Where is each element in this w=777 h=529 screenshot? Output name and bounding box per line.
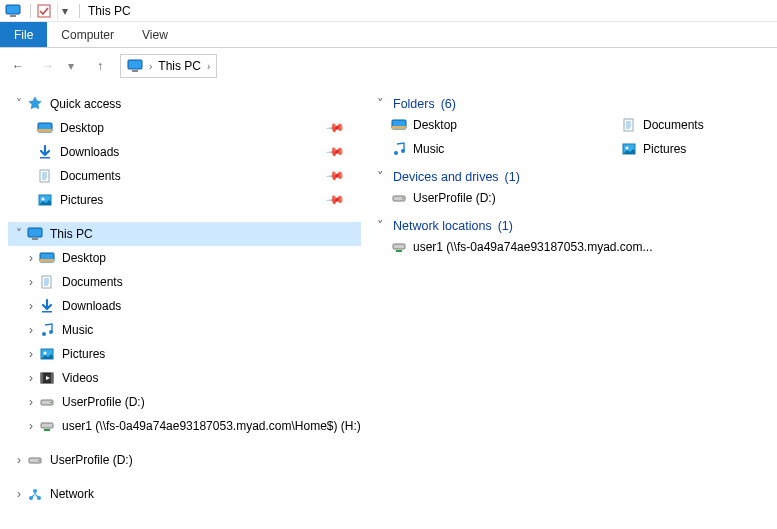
tree-pc-item[interactable]: ›Videos	[8, 366, 361, 390]
qat-properties-icon[interactable]	[35, 2, 53, 20]
tab-computer-label: Computer	[61, 28, 114, 42]
expander-open-icon[interactable]: ˅	[12, 227, 26, 241]
nav-forward-icon: →	[38, 56, 58, 76]
tree-qa-item[interactable]: Pictures📌	[8, 188, 361, 212]
pictures-icon	[36, 191, 54, 209]
expander-closed-icon[interactable]: ›	[12, 453, 26, 467]
titlebar-divider	[30, 4, 31, 18]
tree-item-label: Music	[62, 323, 93, 337]
tree-pc-item[interactable]: ›Downloads	[8, 294, 361, 318]
desktop-icon	[391, 117, 407, 133]
expander-closed-icon[interactable]: ›	[24, 347, 38, 361]
nav-history-dropdown-icon[interactable]: ▾	[68, 59, 80, 73]
expander-closed-icon[interactable]: ›	[24, 395, 38, 409]
tree-root-drive[interactable]: › UserProfile (D:)	[8, 448, 361, 472]
nav-back-icon[interactable]: ←	[8, 56, 28, 76]
group-folders-label: Folders	[393, 97, 435, 111]
drive-icon	[26, 451, 44, 469]
drive-icon	[391, 190, 407, 206]
address-bar[interactable]: › This PC ›	[120, 54, 217, 78]
content-item[interactable]: Pictures	[621, 139, 704, 159]
tree-item-label: Videos	[62, 371, 98, 385]
tab-view-label: View	[142, 28, 168, 42]
netloc-items: user1 (\\fs-0a49a74ae93187053.myad.com..…	[377, 237, 765, 257]
titlebar-separator	[79, 4, 80, 18]
ribbon: File Computer View	[0, 22, 777, 48]
tree-this-pc[interactable]: ˅ This PC	[8, 222, 361, 246]
drive-icon	[38, 393, 56, 411]
content-item[interactable]: UserProfile (D:)	[391, 188, 765, 208]
tab-computer[interactable]: Computer	[47, 22, 128, 47]
expander-closed-icon[interactable]: ›	[12, 487, 26, 501]
chevron-right-icon[interactable]: ›	[207, 61, 210, 72]
chevron-right-icon[interactable]: ›	[149, 61, 152, 72]
navbar: ← → ▾ ↑ › This PC ›	[0, 48, 777, 84]
tree-pc-item[interactable]: ›Desktop	[8, 246, 361, 270]
documents-icon	[38, 273, 56, 291]
tree-qa-item[interactable]: Desktop📌	[8, 116, 361, 140]
star-icon	[26, 95, 44, 113]
pictures-icon	[621, 141, 637, 157]
group-devices-label: Devices and drives	[393, 170, 499, 184]
pin-icon: 📌	[325, 190, 345, 210]
tree-pc-item[interactable]: ›UserProfile (D:)	[8, 390, 361, 414]
content-pane: ˅ Folders (6) DesktopMusic DocumentsPict…	[365, 84, 777, 529]
expander-closed-icon[interactable]: ›	[24, 371, 38, 385]
devices-items: UserProfile (D:)	[377, 188, 765, 208]
tree-item-label: user1 (\\fs-0a49a74ae93187053.myad.com\H…	[62, 419, 361, 433]
netdrive-icon	[391, 239, 407, 255]
documents-icon	[36, 167, 54, 185]
qat-dropdown-icon[interactable]: ▾	[57, 2, 71, 20]
tree-qa-item[interactable]: Documents📌	[8, 164, 361, 188]
tree-pc-item[interactable]: ›Pictures	[8, 342, 361, 366]
main-split: ˅ Quick access Desktop📌Downloads📌Documen…	[0, 84, 777, 529]
expander-closed-icon[interactable]: ›	[24, 323, 38, 337]
breadcrumb-this-pc[interactable]: This PC	[158, 59, 201, 73]
tree-item-label: Downloads	[60, 145, 119, 159]
expander-open-icon[interactable]: ˅	[12, 97, 26, 111]
tree-pc-item[interactable]: ›Documents	[8, 270, 361, 294]
tree-item-label: UserProfile (D:)	[62, 395, 145, 409]
tree-item-label: Downloads	[62, 299, 121, 313]
expander-closed-icon[interactable]: ›	[24, 251, 38, 265]
nav-up-icon[interactable]: ↑	[90, 56, 110, 76]
group-netloc-header[interactable]: ˅ Network locations (1)	[377, 218, 765, 233]
tree-pc-item[interactable]: ›Music	[8, 318, 361, 342]
tree-pc-item[interactable]: ›user1 (\\fs-0a49a74ae93187053.myad.com\…	[8, 414, 361, 438]
tree-root-drive-label: UserProfile (D:)	[50, 453, 133, 467]
tab-view[interactable]: View	[128, 22, 182, 47]
content-item[interactable]: Desktop	[391, 115, 621, 135]
tree-network[interactable]: › Network	[8, 482, 361, 506]
content-item-label: Desktop	[413, 118, 457, 132]
group-netloc-label: Network locations	[393, 219, 492, 233]
tab-file[interactable]: File	[0, 22, 47, 47]
titlebar: ▾ This PC	[0, 0, 777, 22]
videos-icon	[38, 369, 56, 387]
content-item-label: Music	[413, 142, 444, 156]
network-icon	[26, 485, 44, 503]
tree-quick-access[interactable]: ˅ Quick access	[8, 92, 361, 116]
desktop-icon	[38, 249, 56, 267]
breadcrumb-label: This PC	[158, 59, 201, 73]
tree-qa-item[interactable]: Downloads📌	[8, 140, 361, 164]
tree-item-label: Pictures	[60, 193, 103, 207]
tree-this-pc-label: This PC	[50, 227, 93, 241]
content-item[interactable]: user1 (\\fs-0a49a74ae93187053.myad.com..…	[391, 237, 765, 257]
expander-closed-icon[interactable]: ›	[24, 419, 38, 433]
nav-tree: ˅ Quick access Desktop📌Downloads📌Documen…	[0, 84, 365, 529]
group-devices-count: (1)	[505, 170, 520, 184]
content-item[interactable]: Documents	[621, 115, 704, 135]
group-devices-header[interactable]: ˅ Devices and drives (1)	[377, 169, 765, 184]
content-item-label: Pictures	[643, 142, 686, 156]
tree-item-label: Desktop	[60, 121, 104, 135]
pc-icon	[26, 225, 44, 243]
content-item-label: UserProfile (D:)	[413, 191, 496, 205]
pictures-icon	[38, 345, 56, 363]
expander-closed-icon[interactable]: ›	[24, 299, 38, 313]
netdrive-icon	[38, 417, 56, 435]
group-folders-header[interactable]: ˅ Folders (6)	[377, 96, 765, 111]
expander-closed-icon[interactable]: ›	[24, 275, 38, 289]
system-pc-icon[interactable]	[4, 2, 22, 20]
content-item[interactable]: Music	[391, 139, 621, 159]
group-netloc-count: (1)	[498, 219, 513, 233]
